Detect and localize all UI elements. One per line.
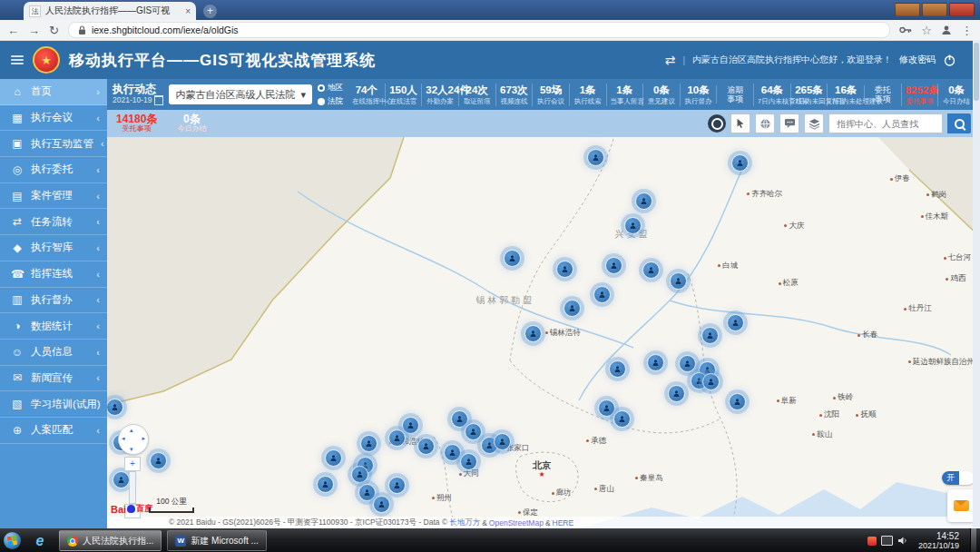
court-map-marker[interactable] (444, 444, 461, 461)
sidebar-item[interactable]: ⊕ 人案匹配 ‹ (0, 418, 107, 444)
radio-court[interactable]: 法院 (318, 96, 343, 107)
stat-value: 74个 (352, 84, 381, 97)
sidebar-item[interactable]: ◆ 执行智库 ‹ (0, 235, 107, 261)
locate-target-icon[interactable] (708, 114, 726, 133)
court-map-marker[interactable] (373, 496, 390, 513)
sidebar-item[interactable]: ▦ 执行会议 ‹ (0, 105, 107, 132)
changdiwanfang-link[interactable]: 长地万方 (449, 518, 480, 528)
court-map-marker[interactable] (624, 217, 642, 234)
court-map-marker[interactable] (451, 410, 468, 428)
minimize-button[interactable] (895, 3, 920, 16)
change-password-link[interactable]: 修改密码 (899, 54, 936, 66)
court-map-marker[interactable] (107, 399, 123, 416)
message-toggle[interactable]: 开 (942, 471, 975, 485)
reload-icon[interactable]: ↻ (49, 24, 59, 37)
court-map-marker[interactable] (635, 192, 652, 210)
court-map-marker[interactable] (605, 257, 622, 274)
taskbar-clock[interactable]: 14:52 2021/10/19 (913, 531, 965, 551)
cursor-select-icon[interactable] (730, 113, 750, 133)
court-map-marker[interactable] (460, 453, 477, 470)
message-panel[interactable] (947, 489, 975, 522)
zoom-in-button[interactable]: + (124, 457, 141, 471)
court-map-marker[interactable] (587, 149, 604, 166)
court-map-marker[interactable] (325, 449, 342, 467)
court-map-marker[interactable] (402, 417, 419, 434)
start-button[interactable] (4, 532, 21, 549)
city-dot-icon (944, 257, 946, 260)
bookmark-star-icon[interactable]: ☆ (921, 24, 932, 37)
search-button[interactable] (947, 113, 971, 133)
sidebar-item[interactable]: ✉ 新闻宣传 ‹ (0, 366, 107, 392)
court-map-marker[interactable] (701, 327, 719, 344)
sidebar-item[interactable]: ◎ 执行委托 ‹ (0, 157, 107, 183)
key-icon[interactable] (899, 25, 912, 34)
switch-icon[interactable]: ⇄ (665, 53, 676, 67)
court-map-marker[interactable] (609, 360, 626, 378)
map-pan-control[interactable]: ▴ ▾ ◂ ▸ (118, 424, 149, 455)
court-map-marker[interactable] (729, 393, 746, 410)
close-window-button[interactable] (949, 3, 975, 16)
tray-app-icon[interactable] (867, 537, 877, 546)
sidebar-item[interactable]: ⌂ 首页 › (0, 79, 107, 105)
map-search-input[interactable] (835, 118, 936, 130)
sidebar-item[interactable]: ☎ 指挥连线 ‹ (0, 261, 107, 288)
sidebar-item[interactable]: ◑ 数据统计 ‹ (0, 313, 107, 340)
tray-window-icon[interactable] (881, 536, 893, 546)
sidebar-item[interactable]: ▥ 执行督办 ‹ (0, 288, 107, 314)
sidebar-item[interactable]: ▧ 学习培训(试用) ‹ (0, 391, 107, 418)
court-map-marker[interactable] (598, 399, 615, 417)
map-city-label: 松原 (779, 278, 799, 289)
tab-close-icon[interactable]: × (185, 6, 191, 16)
forward-icon[interactable]: → (28, 24, 40, 37)
hamburger-menu-icon[interactable] (11, 55, 24, 64)
sidebar-item[interactable]: ▣ 执行互动监管 ‹ (0, 131, 107, 157)
court-map-marker[interactable] (494, 433, 511, 450)
pan-down-icon: ▾ (130, 446, 133, 452)
back-icon[interactable]: ← (7, 24, 19, 37)
court-map-marker[interactable] (358, 484, 376, 501)
court-map-marker[interactable] (727, 314, 744, 331)
power-icon[interactable] (943, 54, 956, 67)
court-map-marker[interactable] (360, 435, 377, 452)
zoom-slider[interactable] (129, 471, 136, 504)
menu-kebab-icon[interactable]: ⋮ (961, 24, 973, 37)
taskbar-window-word[interactable]: W 新建 Microsoft ... (167, 530, 266, 551)
court-map-marker[interactable] (317, 476, 334, 493)
court-map-marker[interactable] (647, 354, 664, 371)
address-bar[interactable]: iexe.shgbitcloud.com/iexe/a/oldGis (68, 22, 890, 38)
court-map-marker[interactable] (556, 261, 573, 278)
browser-tab[interactable]: 法 人民法院执行指挥——GIS可视 × (24, 2, 196, 20)
here-link[interactable]: HERE (553, 518, 574, 527)
stats-date: 2021-10-19 (113, 96, 152, 104)
maximize-button[interactable] (922, 3, 947, 16)
radio-region[interactable]: 地区 (318, 83, 343, 94)
marker-person-icon (356, 470, 364, 478)
sidebar-item[interactable]: ☺ 人员信息 ‹ (0, 340, 107, 366)
court-map-marker[interactable] (150, 452, 167, 469)
profile-icon[interactable] (941, 25, 952, 35)
openstreetmap-link[interactable]: OpenStreetMap (489, 518, 544, 527)
page-scrollbar[interactable] (973, 40, 980, 527)
calendar-icon[interactable] (154, 95, 163, 105)
gis-map[interactable]: 锡林郭勒盟 兴安盟 伊春 齐齐哈尔 (107, 137, 980, 528)
show-desktop-button[interactable] (970, 528, 976, 552)
court-map-marker[interactable] (564, 300, 581, 317)
taskbar-window-chrome[interactable]: 人民法院执行指... (59, 530, 162, 551)
court-map-marker[interactable] (702, 373, 720, 390)
new-tab-button[interactable]: + (203, 5, 217, 18)
scale-line (149, 508, 194, 513)
court-map-marker[interactable] (679, 355, 696, 372)
layers-icon[interactable] (804, 113, 824, 133)
speaker-icon[interactable] (897, 536, 907, 546)
sidebar-item[interactable]: ⇄ 任务流转 ‹ (0, 209, 107, 235)
ie-taskbar-icon[interactable]: e (26, 531, 54, 551)
stat-value: 10条 (684, 84, 713, 97)
sidebar-item[interactable]: ▤ 案件管理 ‹ (0, 183, 107, 210)
court-selector-dropdown[interactable]: 内蒙古自治区高级人民法院 ▾ (169, 84, 312, 104)
chat-bubble-icon[interactable] (779, 113, 799, 133)
court-map-marker[interactable] (613, 410, 631, 428)
scrollbar-thumb[interactable] (974, 43, 979, 101)
globe-icon[interactable] (755, 113, 775, 133)
court-map-marker[interactable] (351, 466, 368, 483)
court-map-marker[interactable] (668, 385, 685, 402)
